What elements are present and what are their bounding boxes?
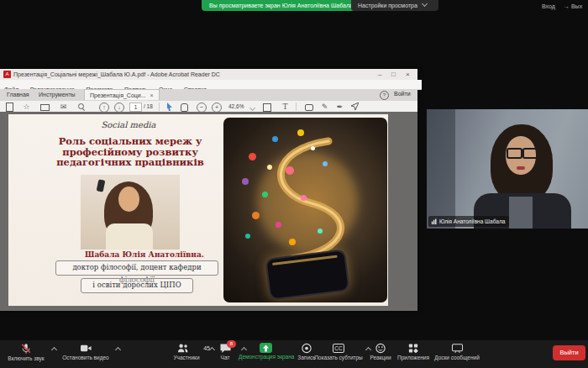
art-dot	[301, 195, 307, 201]
art-dot	[245, 234, 250, 239]
art-dot	[289, 239, 296, 245]
participant-nametag: Юлія Анатоліївна Шабала	[428, 216, 509, 227]
acrobat-tabrow: Главная Инструменты Презентація_Соци... …	[0, 89, 417, 100]
art-dot	[272, 136, 278, 142]
file-icon[interactable]	[5, 103, 14, 111]
art-dot	[267, 165, 272, 170]
video-options-chevron[interactable]	[115, 347, 121, 353]
select-cursor-icon[interactable]	[165, 103, 174, 111]
unmute-button[interactable]: Включить звук	[3, 343, 49, 361]
unmute-label: Включить звук	[3, 355, 49, 361]
chat-badge: 8	[227, 340, 236, 348]
apps-label: Приложения	[393, 355, 433, 360]
minimize-button[interactable]: –	[378, 71, 381, 78]
art-dot	[242, 178, 249, 185]
art-dot	[249, 153, 256, 160]
whiteboard-icon	[451, 343, 464, 354]
view-options-label: Настройки просмотра	[358, 3, 417, 8]
video-camera-icon	[80, 343, 92, 354]
participants-label: Участники	[163, 355, 210, 360]
text-tool-icon[interactable]: T	[281, 103, 290, 111]
close-button[interactable]: ×	[406, 71, 410, 78]
chat-button[interactable]: 8 Чат	[210, 343, 240, 360]
pdf-slide-page: Social media Роль соціальних мереж у про…	[8, 114, 388, 306]
participants-icon	[176, 343, 189, 354]
apps-icon	[407, 343, 419, 354]
webcam-glasses-left	[507, 148, 522, 159]
tray-item-2[interactable]: → Вых	[564, 2, 582, 11]
svg-text:CC: CC	[334, 345, 343, 351]
tray-item-1[interactable]: Вход	[542, 2, 555, 11]
reactions-label: Реакции	[365, 355, 396, 360]
page-count-label: / 18	[144, 103, 153, 109]
art-dot	[297, 129, 304, 136]
leave-meeting-button[interactable]: Выйти	[553, 345, 585, 360]
art-dot	[286, 166, 294, 175]
share-screen-button[interactable]: Демонстрация экрана	[239, 343, 292, 360]
sign-in-button[interactable]: Войти	[394, 91, 411, 97]
page-display-icon[interactable]	[262, 103, 271, 111]
screen-share-banner-text: Вы просматриваете экран Юлія Анатоліївна…	[209, 3, 353, 8]
search-icon[interactable]	[76, 103, 86, 111]
hand-tool-icon[interactable]	[180, 103, 189, 111]
captions-button[interactable]: CC Показать субтитры	[312, 343, 365, 360]
pen-icon[interactable]: ✒	[335, 103, 344, 111]
acrobat-titlebar[interactable]: A Презентація_Соціальні мережі_Шабала Ю.…	[0, 69, 417, 80]
slide-title: Роль соціальних мереж у професійному роз…	[34, 136, 227, 168]
webcam-wall-shadow	[427, 109, 455, 229]
audio-options-chevron[interactable]	[51, 347, 57, 353]
zoom-chevron-icon[interactable]	[249, 105, 255, 111]
envelope-icon[interactable]: ✉	[59, 103, 68, 111]
pencil-icon[interactable]: ✎	[320, 103, 329, 111]
view-options-button[interactable]: Настройки просмотра	[351, 0, 438, 11]
comment-icon[interactable]	[304, 103, 313, 111]
star-icon[interactable]: ☆	[22, 103, 31, 111]
whiteboards-label: Доски сообщений	[430, 355, 484, 360]
reactions-button[interactable]: Реакции	[365, 343, 396, 360]
art-dot	[323, 161, 328, 166]
slide-credential-2: і освіти дорослих ЦІПО	[81, 278, 193, 293]
webcam-glasses-right	[522, 148, 538, 159]
stop-video-label: Остановить видео	[59, 355, 113, 360]
tab-document[interactable]: Презентація_Соци... ×	[84, 89, 160, 101]
slide-credential-1: доктор філософії, доцент кафедри філософ…	[55, 260, 218, 276]
help-icon[interactable]: ?	[380, 91, 389, 100]
art-dot	[311, 146, 315, 150]
captions-icon: CC	[332, 343, 345, 354]
window-title: Презентація_Соціальні мережі_Шабала Ю.А.…	[13, 71, 220, 77]
zoom-level-select[interactable]: 42,6%	[228, 103, 244, 109]
slide-kicker: Social media	[70, 120, 187, 129]
tab-tools[interactable]: Инструменты	[34, 89, 81, 100]
art-dot	[252, 212, 260, 219]
photo-phone	[97, 179, 106, 192]
page-number-input[interactable]: 1	[129, 103, 142, 112]
tab-home[interactable]: Главная	[2, 89, 34, 100]
share-screen-label: Демонстрация экрана	[239, 354, 292, 360]
adobe-reader-icon: A	[3, 71, 11, 78]
art-dot	[276, 222, 281, 228]
meeting-control-bar: Включить звук Остановить видео 45 Участн	[0, 340, 588, 368]
maximize-button[interactable]: □	[391, 71, 396, 78]
photo-shirt	[106, 223, 153, 250]
webcam-video[interactable]: Юлія Анатоліївна Шабала	[427, 109, 588, 229]
participant-name: Юлія Анатоліївна Шабала	[439, 216, 505, 227]
participants-button[interactable]: 45 Участники	[163, 343, 210, 360]
slide-author: Шабала Юлія Анатоліївна.	[69, 250, 220, 259]
photo-face	[118, 187, 139, 212]
art-dot	[318, 229, 323, 234]
chat-label: Чат	[210, 355, 240, 360]
whiteboards-button[interactable]: Доски сообщений	[430, 343, 484, 360]
captions-label: Показать субтитры	[312, 355, 365, 360]
apps-button[interactable]: Приложения	[393, 343, 433, 360]
webcam-shirt	[509, 197, 533, 229]
speaker-photo	[81, 175, 180, 250]
stop-video-button[interactable]: Остановить видео	[59, 343, 113, 360]
tab-close-icon[interactable]: ×	[150, 92, 153, 98]
send-icon[interactable]	[350, 103, 360, 111]
webcam-lips	[517, 166, 525, 170]
screen-share-banner: Вы просматриваете экран Юлія Анатоліївна…	[202, 0, 360, 11]
reactions-smiley-icon	[375, 343, 386, 354]
zoom-meeting-screen: Вы просматриваете экран Юлія Анатоліївна…	[0, 0, 588, 368]
print-icon[interactable]	[40, 103, 50, 111]
art-dot	[262, 192, 268, 197]
